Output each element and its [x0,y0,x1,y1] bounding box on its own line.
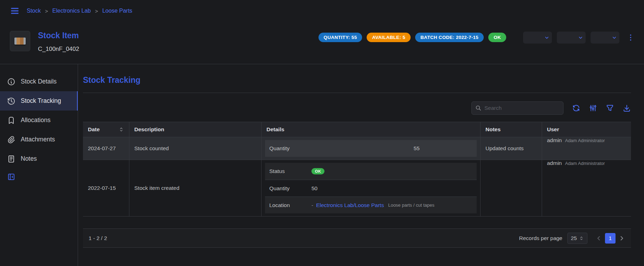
stock-tracking-panel: Stock Tracking Date [78,64,644,266]
sidebar-item-stock-tracking[interactable]: Stock Tracking [0,91,78,111]
description-cell: Stock counted [129,137,262,160]
table-row[interactable]: 2022-07-15 Stock item created Status OK … [83,160,631,217]
column-label: Notes [485,126,501,133]
print-actions-button[interactable] [557,32,586,44]
dash: - [311,202,313,208]
table-row[interactable]: 2024-07-27 Stock counted Quantity 55 Upd… [83,137,631,160]
sidebar-item-label: Notes [21,155,37,162]
sidebar-item-allocations[interactable]: Allocations [0,111,78,130]
detail-row-quantity: Quantity 50 [265,180,477,197]
adjustments-icon[interactable] [589,104,597,112]
column-header-date[interactable]: Date [83,122,129,137]
sidebar-collapse-button[interactable] [0,173,78,181]
capacitor-image [14,38,26,45]
stock-actions-button[interactable] [591,32,619,44]
panel-title: Stock Tracking [83,75,631,85]
sidebar-item-label: Attachments [21,136,55,143]
barcode-actions-button[interactable] [523,32,552,44]
panel-divider [83,93,631,93]
notes-cell: Updated counts [481,137,542,160]
records-per-page-select[interactable]: 25 [567,233,587,244]
chevron-down-icon [578,35,583,40]
details-cell: Quantity 55 [262,137,481,160]
stock-item-page: Stock > Electronics Lab > Loose Parts St… [0,0,644,266]
table-empty-space [83,217,631,228]
column-header-notes: Notes [481,122,542,137]
location-description: Loose parts / cut tapes [388,202,434,208]
quantity-badge: QUANTITY: 55 [318,33,362,42]
detail-key: Quantity [269,185,311,192]
records-per-page-label: Records per page [519,235,562,241]
page-header: Stock Item C_100nF_0402 QUANTITY: 55 AVA… [0,22,644,64]
record-range: 1 - 2 / 2 [89,235,107,241]
printer-icon [559,34,577,41]
notes-icon [7,155,15,163]
detail-row-status: Status OK [265,163,477,180]
sidebar-item-label: Allocations [21,117,51,124]
available-badge: AVAILABLE: 5 [367,33,411,42]
column-label: Date [88,126,100,133]
user-cell: admin Adam Administrator [542,160,631,216]
table-header-row: Date Description Details Notes User [83,122,631,137]
chevron-left-icon[interactable] [595,235,602,242]
chevron-down-icon [544,35,549,40]
breadcrumb-separator: > [45,8,48,14]
sidebar-item-label: Stock Tracking [21,97,61,105]
hamburger-menu-icon[interactable] [10,6,20,16]
sort-selector-icon [579,236,584,241]
ok-status-badge: OK [311,168,324,174]
breadcrumb-link-loose-parts[interactable]: Loose Parts [102,8,132,14]
refresh-icon[interactable] [572,104,580,112]
table-footer: 1 - 2 / 2 Records per page 25 1 [83,228,631,247]
table-search [471,101,564,115]
download-icon[interactable] [623,104,631,112]
part-name: C_100nF_0402 [38,46,79,53]
column-label: Description [134,126,164,133]
history-icon [7,97,15,105]
detail-row-location: Location - Electronics Lab/Loose Parts L… [265,197,477,213]
breadcrumb-link-stock[interactable]: Stock [27,8,41,14]
page-size-value: 25 [571,235,577,241]
stock-tracking-table: Date Description Details Notes User 2024… [83,122,631,248]
column-label: User [547,126,559,133]
qrcode-icon [526,34,543,41]
column-header-description: Description [129,122,262,137]
chevron-down-icon [612,35,617,40]
location-link[interactable]: Electronics Lab/Loose Parts [316,202,384,208]
search-input[interactable] [484,105,560,111]
sidebar-item-notes[interactable]: Notes [0,149,78,168]
detail-key: Status [269,168,311,174]
detail-key: Quantity [269,145,311,152]
page-button-1[interactable]: 1 [605,233,616,244]
paperclip-icon [7,135,15,144]
bookmark-icon [7,116,15,125]
chevron-right-icon[interactable] [618,235,625,242]
sort-selector-icon [118,127,124,132]
column-header-details: Details [262,122,481,137]
page-title: Stock Item [38,31,79,40]
stock-item-thumbnail[interactable] [10,31,30,51]
status-badges: QUANTITY: 55 AVAILABLE: 5 BATCH CODE: 20… [318,33,506,42]
header-actions [523,32,635,44]
sidebar-item-attachments[interactable]: Attachments [0,130,78,149]
username: admin [547,160,562,166]
date-cell: 2022-07-15 [83,160,129,216]
date-cell: 2024-07-27 [83,137,129,160]
detail-key: Location [269,202,311,208]
filter-icon[interactable] [606,104,614,112]
user-full-name: Adam Administrator [565,161,605,166]
panel-sidebar: Stock Details Stock Tracking Allocations… [0,64,78,266]
user-full-name: Adam Administrator [565,138,605,143]
table-toolbar [83,101,631,115]
dots-vertical-icon[interactable] [626,33,635,42]
user-cell: admin Adam Administrator [542,137,631,160]
description-cell: Stock item created [129,160,262,216]
breadcrumb-separator: > [95,8,98,14]
search-icon [475,105,482,111]
status-badge: OK [488,33,506,42]
detail-row-quantity: Quantity 55 [265,140,477,157]
sidebar-item-stock-details[interactable]: Stock Details [0,72,78,91]
stock-actions-icon [593,34,611,41]
detail-value: 50 [311,185,317,192]
breadcrumb-link-electronics-lab[interactable]: Electronics Lab [52,8,91,14]
